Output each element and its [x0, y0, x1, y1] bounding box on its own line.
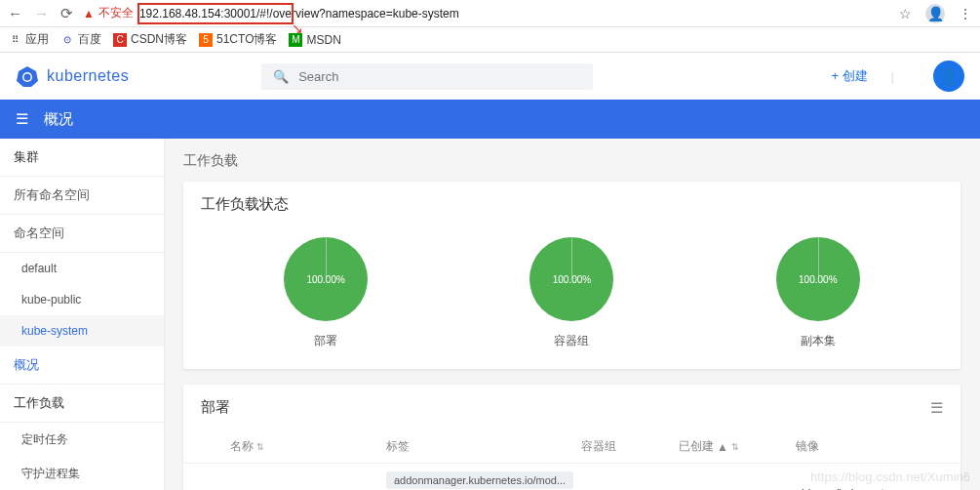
- deployments-title: 部署: [201, 398, 230, 417]
- sort-up-icon: ▲: [717, 440, 728, 454]
- sidebar-cronjobs[interactable]: 定时任务: [0, 423, 164, 457]
- search-icon: 🔍: [273, 69, 289, 84]
- labels-cell: addonmanager.kubernetes.io/mod... k8s-ap…: [386, 471, 581, 490]
- insecure-badge: ▲ 不安全: [83, 5, 134, 21]
- th-labels: 标签: [386, 438, 581, 455]
- table-header: 名称⇅ 标签 容器组 已创建 ▲⇅ 镜像: [183, 430, 960, 464]
- sidebar: 集群 所有命名空间 命名空间 default kube-public kube-…: [0, 139, 164, 490]
- sidebar-all-namespaces[interactable]: 所有命名空间: [0, 177, 164, 215]
- person-icon: 👤: [939, 67, 959, 86]
- browser-right-icons: ☆ 👤 ⋮: [899, 4, 972, 23]
- reload-icon[interactable]: ⟳: [60, 5, 73, 22]
- filter-icon[interactable]: ☰: [930, 399, 943, 417]
- app-header: kubernetes 🔍 + 创建 | 👤: [0, 53, 980, 100]
- sidebar-cluster[interactable]: 集群: [0, 139, 164, 177]
- deployments-card: 部署 ☰ 名称⇅ 标签 容器组 已创建 ▲⇅ 镜像 ✓ kubernetes-d…: [183, 385, 960, 490]
- workload-status-title: 工作负载状态: [183, 182, 960, 227]
- label-tag: addonmanager.kubernetes.io/mod...: [386, 471, 573, 489]
- main-content: 工作负载 工作负载状态 100.00% 部署 100.00% 容器组 100.0…: [164, 139, 980, 490]
- charts-row: 100.00% 部署 100.00% 容器组 100.00% 副本集: [183, 227, 960, 369]
- pie-replicasets-pct: 100.00%: [799, 274, 837, 285]
- address-bar[interactable]: ▲ 不安全 ↘ 192.168.48.154:30001/#!/overview…: [83, 5, 889, 21]
- chart-deployments: 100.00% 部署: [284, 237, 368, 349]
- pie-replicasets: 100.00%: [776, 237, 860, 321]
- brand-text: kubernetes: [47, 67, 129, 85]
- th-name[interactable]: 名称⇅: [230, 438, 386, 455]
- insecure-label: 不安全: [98, 5, 134, 21]
- deployments-table: 名称⇅ 标签 容器组 已创建 ▲⇅ 镜像 ✓ kubernetes-dashbo…: [183, 430, 960, 490]
- star-icon[interactable]: ☆: [899, 6, 912, 21]
- apps-label: 应用: [25, 31, 49, 48]
- chart-pods-label: 容器组: [554, 333, 589, 349]
- pie-deployments: 100.00%: [284, 237, 368, 321]
- svg-point-2: [24, 74, 31, 81]
- sidebar-namespaces[interactable]: 命名空间: [0, 215, 164, 253]
- user-avatar[interactable]: 👤: [933, 61, 964, 92]
- workload-status-card: 工作负载状态 100.00% 部署 100.00% 容器组 100.00% 副本…: [183, 182, 960, 369]
- pie-pods-pct: 100.00%: [553, 274, 591, 285]
- sort-icon: ⇅: [256, 442, 264, 452]
- bookmark-51cto[interactable]: 551CTO博客: [199, 31, 277, 48]
- table-row: ✓ kubernetes-dashboard addonmanager.kube…: [183, 464, 960, 490]
- deployments-header: 部署 ☰: [183, 385, 960, 430]
- sidebar-daemonsets[interactable]: 守护进程集: [0, 457, 164, 490]
- menu-icon[interactable]: ☰: [16, 110, 28, 128]
- page-title: 工作负载: [183, 152, 960, 170]
- apps-icon: ⠿: [8, 33, 21, 47]
- search-box[interactable]: 🔍: [261, 63, 593, 90]
- cto-icon: 5: [199, 33, 213, 47]
- kebab-icon[interactable]: ⋮: [959, 6, 972, 21]
- chart-deployments-label: 部署: [314, 333, 337, 349]
- pie-pods: 100.00%: [529, 237, 613, 321]
- forward-icon[interactable]: →: [34, 5, 49, 22]
- search-input[interactable]: [298, 69, 581, 84]
- bookmarks-bar: ⠿应用 ⊙百度 CCSDN博客 551CTO博客 MMSDN: [0, 27, 980, 53]
- apps-shortcut[interactable]: ⠿应用: [8, 31, 49, 48]
- msdn-label: MSDN: [306, 33, 340, 47]
- th-image: 镜像: [796, 438, 914, 455]
- url-text: 192.168.48.154:30001/#!/overview?namespa…: [139, 7, 459, 20]
- th-pods: 容器组: [581, 438, 679, 455]
- csdn-icon: C: [113, 33, 127, 47]
- bookmark-baidu[interactable]: ⊙百度: [60, 31, 101, 48]
- warning-icon: ▲: [83, 7, 95, 20]
- chart-replicasets: 100.00% 副本集: [776, 237, 860, 349]
- logo[interactable]: kubernetes: [16, 64, 129, 88]
- url-annotation-arrow: ↘: [292, 20, 303, 36]
- chart-pods: 100.00% 容器组: [529, 237, 613, 349]
- browser-nav: ← → ⟳: [8, 5, 73, 22]
- divider: |: [891, 69, 894, 84]
- sidebar-overview[interactable]: 概况: [0, 347, 164, 385]
- browser-toolbar: ← → ⟳ ▲ 不安全 ↘ 192.168.48.154:30001/#!/ov…: [0, 0, 980, 27]
- baidu-icon: ⊙: [60, 33, 74, 47]
- bookmark-csdn[interactable]: CCSDN博客: [113, 31, 187, 48]
- sidebar-ns-kube-public[interactable]: kube-public: [0, 284, 164, 315]
- th-created[interactable]: 已创建 ▲⇅: [679, 438, 796, 455]
- sidebar-workloads[interactable]: 工作负载: [0, 385, 164, 423]
- page-titlebar: ☰ 概况: [0, 100, 980, 139]
- kubernetes-icon: [16, 64, 39, 88]
- back-icon[interactable]: ←: [8, 5, 22, 22]
- sort-icon: ⇅: [731, 442, 739, 452]
- baidu-label: 百度: [78, 31, 101, 48]
- cto-label: 51CTO博客: [216, 31, 277, 48]
- profile-icon[interactable]: 👤: [925, 4, 945, 23]
- page-titlebar-text: 概况: [44, 110, 73, 129]
- create-button[interactable]: + 创建: [831, 67, 867, 85]
- layout: 集群 所有命名空间 命名空间 default kube-public kube-…: [0, 139, 980, 490]
- pie-deployments-pct: 100.00%: [306, 274, 344, 285]
- chart-replicasets-label: 副本集: [801, 333, 836, 349]
- sidebar-ns-default[interactable]: default: [0, 253, 164, 284]
- url-text-wrap: ↘ 192.168.48.154:30001/#!/overview?names…: [139, 7, 459, 20]
- csdn-label: CSDN博客: [131, 31, 187, 48]
- sidebar-ns-kube-system[interactable]: kube-system: [0, 315, 164, 347]
